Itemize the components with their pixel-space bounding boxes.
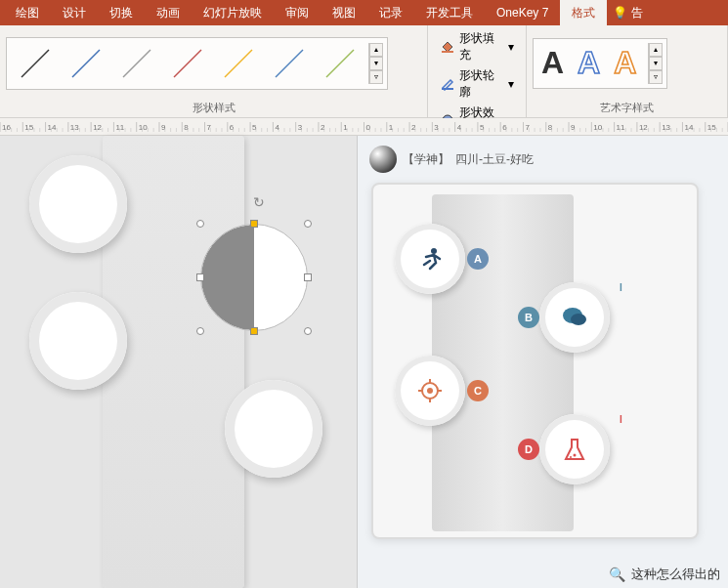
paint-bucket-icon (440, 38, 455, 57)
running-person-icon (416, 245, 444, 273)
reference-image: A B I C D I (371, 183, 699, 539)
reference-panel: 【学神】 四川-土豆-好吃 A B I C D (357, 136, 728, 588)
tab-developer[interactable]: 开发工具 (414, 0, 485, 25)
tab-review[interactable]: 审阅 (274, 0, 321, 25)
canvas-area: ↻ 【学神】 四川-土豆-好吃 (0, 136, 728, 588)
resize-handle-ne[interactable] (304, 220, 312, 228)
pen-icon (440, 75, 455, 94)
wordart-style-2[interactable]: A (574, 43, 604, 83)
svg-text:3: 3 (298, 123, 303, 132)
ref-text-d: I (620, 414, 622, 425)
resize-handle-sw[interactable] (196, 327, 204, 335)
bottom-bar: 🔍 这种怎么得出的 (358, 561, 728, 588)
svg-line-2 (123, 50, 150, 77)
ribbon-group-shape-options: 形状填充 ▾ 形状轮廓 ▾ 形状效果 ▾ (428, 25, 526, 117)
chat-header: 【学神】 四川-土豆-好吃 (358, 136, 728, 183)
svg-text:9: 9 (571, 123, 576, 132)
wordart-style-3[interactable]: A (610, 43, 640, 83)
ring-shape-3[interactable] (225, 380, 322, 478)
resize-handle-w[interactable] (196, 273, 204, 281)
lightbulb-icon: 💡 (613, 6, 627, 20)
gallery-up-icon[interactable]: ▴ (369, 43, 383, 57)
shape-fill-label: 形状填充 (459, 30, 504, 63)
svg-text:13: 13 (70, 123, 79, 132)
svg-text:2: 2 (321, 123, 325, 132)
ring-shape-1[interactable] (29, 155, 127, 253)
adjust-handle-bottom[interactable] (250, 327, 258, 335)
tab-slideshow[interactable]: 幻灯片放映 (192, 0, 274, 25)
resize-handle-nw[interactable] (196, 220, 204, 228)
selected-circle[interactable] (200, 224, 308, 331)
gallery-down-icon[interactable]: ▾ (369, 57, 383, 70)
shape-style-7[interactable] (316, 42, 364, 85)
svg-line-0 (21, 50, 49, 77)
shape-style-6[interactable] (265, 42, 314, 85)
shape-style-5[interactable] (214, 42, 263, 85)
shape-style-4[interactable] (163, 42, 212, 85)
shape-style-3[interactable] (112, 42, 161, 85)
svg-line-6 (326, 50, 354, 77)
ref-label-b: B (518, 307, 539, 328)
svg-line-3 (174, 50, 201, 77)
chevron-down-icon: ▾ (508, 40, 514, 54)
svg-text:14: 14 (48, 123, 57, 132)
ribbon: ▴ ▾ ▿ 形状样式 形状填充 ▾ 形状轮廓 ▾ (0, 25, 728, 118)
svg-text:15: 15 (707, 123, 716, 132)
gallery-up-icon[interactable]: ▴ (649, 43, 663, 57)
shape-style-2[interactable] (62, 42, 110, 85)
shape-style-gallery[interactable]: ▴ ▾ ▿ (6, 37, 388, 90)
ribbon-group-wordart: A A A ▴ ▾ ▿ 艺术字样式 (526, 25, 728, 117)
tab-view[interactable]: 视图 (321, 0, 367, 25)
svg-text:12: 12 (93, 123, 102, 132)
tell-me[interactable]: 💡 告 (607, 5, 649, 21)
tab-format[interactable]: 格式 (560, 0, 607, 25)
ref-circle-a (395, 224, 465, 294)
avatar (369, 146, 397, 173)
selected-shape[interactable]: ↻ (200, 224, 318, 341)
shape-style-1[interactable] (11, 42, 60, 85)
gallery-scroll: ▴ ▾ ▿ (368, 43, 383, 84)
shape-outline-label: 形状轮廓 (459, 67, 504, 101)
svg-text:7: 7 (525, 123, 530, 132)
user-tag: 【学神】 (403, 151, 450, 168)
resize-handle-se[interactable] (304, 327, 312, 335)
horizontal-ruler: 1615141312111098765432101234567891011121… (0, 118, 728, 136)
tab-design[interactable]: 设计 (51, 0, 98, 25)
tab-transition[interactable]: 切换 (98, 0, 145, 25)
gallery-more-icon[interactable]: ▿ (369, 70, 383, 84)
bottom-text: 这种怎么得出的 (631, 566, 720, 583)
svg-text:2: 2 (411, 123, 416, 132)
ring-shape-2[interactable] (29, 292, 127, 390)
wordart-gallery-scroll: ▴ ▾ ▿ (648, 43, 663, 84)
wordart-gallery[interactable]: A A A ▴ ▾ ▿ (533, 38, 667, 89)
wordart-style-1[interactable]: A (537, 43, 568, 83)
shape-fill-button[interactable]: 形状填充 ▾ (438, 29, 516, 64)
svg-point-186 (570, 456, 572, 458)
shape-outline-button[interactable]: 形状轮廓 ▾ (438, 66, 516, 102)
svg-text:10: 10 (593, 123, 602, 132)
half-fill (201, 225, 254, 330)
ribbon-group-shape-styles: ▴ ▾ ▿ 形状样式 (0, 25, 428, 117)
svg-text:6: 6 (502, 123, 507, 132)
svg-point-176 (431, 248, 437, 254)
gallery-down-icon[interactable]: ▾ (649, 57, 663, 70)
svg-text:6: 6 (230, 123, 235, 132)
tab-drawing[interactable]: 绘图 (4, 0, 51, 25)
svg-rect-7 (442, 51, 453, 53)
slide-editing-area[interactable]: ↻ (0, 136, 357, 588)
svg-text:13: 13 (662, 123, 670, 132)
tab-animation[interactable]: 动画 (145, 0, 192, 25)
rotate-handle-icon[interactable]: ↻ (253, 194, 265, 210)
tab-record[interactable]: 记录 (367, 0, 414, 25)
svg-text:3: 3 (434, 123, 439, 132)
flask-icon (561, 436, 588, 463)
adjust-handle-top[interactable] (250, 220, 258, 228)
magnifier-icon[interactable]: 🔍 (609, 567, 625, 582)
resize-handle-e[interactable] (304, 273, 312, 281)
ref-circle-b (539, 282, 610, 353)
svg-text:12: 12 (639, 123, 648, 132)
tab-onekey[interactable]: OneKey 7 (485, 0, 560, 25)
svg-text:1: 1 (389, 123, 394, 132)
gallery-more-icon[interactable]: ▿ (649, 70, 663, 84)
svg-line-5 (276, 50, 303, 77)
